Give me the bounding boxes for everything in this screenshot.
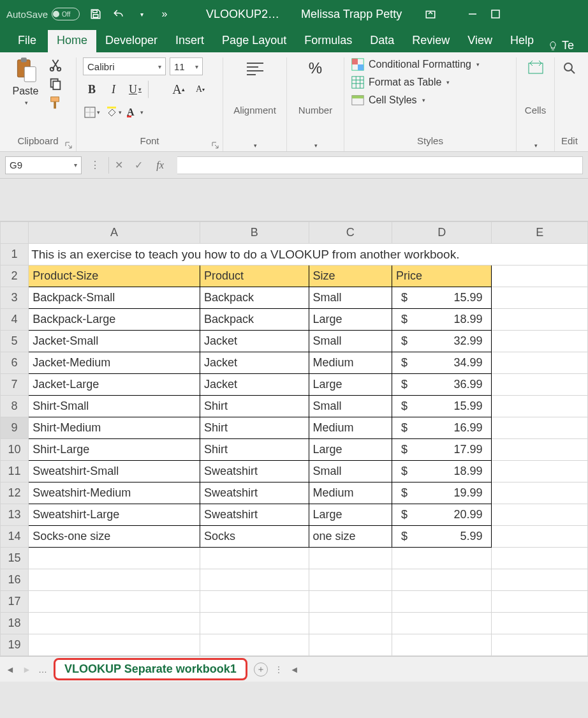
cell-C17[interactable] xyxy=(309,591,392,613)
cell-D7[interactable]: $36.99 xyxy=(392,374,492,396)
cell-A13[interactable]: Sweatshirt-Large xyxy=(29,504,200,526)
insert-function-button[interactable]: fx xyxy=(152,157,168,174)
tab-file[interactable]: File xyxy=(6,30,48,52)
cell-D4[interactable]: $18.99 xyxy=(392,309,492,331)
cell-C8[interactable]: Small xyxy=(309,396,392,417)
cell-D18[interactable] xyxy=(392,613,492,634)
row-header-15[interactable]: 15 xyxy=(1,548,29,569)
row-header-13[interactable]: 13 xyxy=(1,504,29,526)
row-header-14[interactable]: 14 xyxy=(1,526,29,548)
cell-B18[interactable] xyxy=(200,613,309,634)
cell-D13[interactable]: $20.99 xyxy=(392,504,492,526)
cell-B17[interactable] xyxy=(200,591,309,613)
cell-B19[interactable] xyxy=(200,634,309,656)
cell-C9[interactable]: Medium xyxy=(309,417,392,439)
cell-E7[interactable] xyxy=(492,374,588,396)
cell-C18[interactable] xyxy=(309,613,392,634)
cell-E13[interactable] xyxy=(492,504,588,526)
row-header-3[interactable]: 3 xyxy=(1,287,29,309)
col-header-D[interactable]: D xyxy=(392,222,492,244)
col-header-C[interactable]: C xyxy=(309,222,392,244)
cell-D8[interactable]: $15.99 xyxy=(392,396,492,417)
tab-developer[interactable]: Developer xyxy=(96,30,166,52)
cell-D10[interactable]: $17.99 xyxy=(392,439,492,461)
cell-B14[interactable]: Socks xyxy=(200,526,309,548)
cell-C16[interactable] xyxy=(309,569,392,591)
tell-me[interactable]: Te xyxy=(548,39,574,52)
cell-A10[interactable]: Shirt-Large xyxy=(29,439,200,461)
shrink-font-button[interactable]: A▾ xyxy=(191,80,209,98)
tab-formulas[interactable]: Formulas xyxy=(295,30,361,52)
row-header-11[interactable]: 11 xyxy=(1,461,29,482)
formula-input[interactable] xyxy=(177,156,583,174)
minimize-button[interactable] xyxy=(466,7,480,21)
cell-A15[interactable] xyxy=(29,548,200,569)
worksheet-grid[interactable]: ABCDE1This is an exercise to teach you h… xyxy=(0,221,588,656)
cell-C4[interactable]: Large xyxy=(309,309,392,331)
cell-D14[interactable]: $5.99 xyxy=(392,526,492,548)
cell-A11[interactable]: Sweatshirt-Small xyxy=(29,461,200,482)
alignment-icon[interactable] xyxy=(244,57,266,79)
row-header-2[interactable]: 2 xyxy=(1,266,29,287)
cell-E3[interactable] xyxy=(492,287,588,309)
underline-button[interactable]: U▾ xyxy=(126,80,144,98)
copy-icon[interactable] xyxy=(48,77,62,91)
cell-B6[interactable]: Jacket xyxy=(200,352,309,374)
cell-A12[interactable]: Sweatshirt-Medium xyxy=(29,482,200,504)
conditional-formatting-button[interactable]: Conditional Formatting▾ xyxy=(351,57,510,71)
cell-B4[interactable]: Backpack xyxy=(200,309,309,331)
cell-C7[interactable]: Large xyxy=(309,374,392,396)
formula-options-icon[interactable]: ⋮ xyxy=(87,157,103,174)
tab-view[interactable]: View xyxy=(459,30,501,52)
ribbon-display-icon[interactable] xyxy=(423,7,437,21)
cut-icon[interactable] xyxy=(48,57,62,71)
row-header-17[interactable]: 17 xyxy=(1,591,29,613)
cell-A9[interactable]: Shirt-Medium xyxy=(29,417,200,439)
cell-A18[interactable] xyxy=(29,613,200,634)
row-header-18[interactable]: 18 xyxy=(1,613,29,634)
cell-E15[interactable] xyxy=(492,548,588,569)
cell-C14[interactable]: one size xyxy=(309,526,392,548)
hscroll-left[interactable]: ◄ xyxy=(290,664,300,675)
cell-C12[interactable]: Medium xyxy=(309,482,392,504)
maximize-button[interactable] xyxy=(489,7,503,21)
cell-C15[interactable] xyxy=(309,548,392,569)
cell-E16[interactable] xyxy=(492,569,588,591)
cell-A5[interactable]: Jacket-Small xyxy=(29,331,200,352)
select-all-cell[interactable] xyxy=(1,222,29,244)
cell-E8[interactable] xyxy=(492,396,588,417)
cell-E12[interactable] xyxy=(492,482,588,504)
cell-A7[interactable]: Jacket-Large xyxy=(29,374,200,396)
new-sheet-button[interactable]: ＋ xyxy=(254,662,268,677)
cell-D5[interactable]: $32.99 xyxy=(392,331,492,352)
row-header-6[interactable]: 6 xyxy=(1,352,29,374)
row-header-7[interactable]: 7 xyxy=(1,374,29,396)
sheet-nav-next[interactable]: ► xyxy=(22,664,32,675)
cell-A16[interactable] xyxy=(29,569,200,591)
cells-icon[interactable] xyxy=(525,57,547,79)
cell-E10[interactable] xyxy=(492,439,588,461)
cell-D19[interactable] xyxy=(392,634,492,656)
tab-help[interactable]: Help xyxy=(501,30,543,52)
cell-A3[interactable]: Backpack-Small xyxy=(29,287,200,309)
cell-A8[interactable]: Shirt-Small xyxy=(29,396,200,417)
cancel-formula-icon[interactable]: ✕ xyxy=(108,157,125,174)
cell-A2[interactable]: Product-Size xyxy=(29,266,200,287)
tab-options-icon[interactable]: ⋮ xyxy=(274,664,283,675)
percent-button[interactable]: % xyxy=(305,57,327,79)
col-header-E[interactable]: E xyxy=(492,222,588,244)
row-header-19[interactable]: 19 xyxy=(1,634,29,656)
cell-A17[interactable] xyxy=(29,591,200,613)
col-header-B[interactable]: B xyxy=(200,222,309,244)
cell-E6[interactable] xyxy=(492,352,588,374)
cell-C3[interactable]: Small xyxy=(309,287,392,309)
tab-data[interactable]: Data xyxy=(361,30,403,52)
qat-overflow-icon[interactable]: » xyxy=(158,7,172,21)
cell-C11[interactable]: Small xyxy=(309,461,392,482)
font-name-combo[interactable]: Calibri▾ xyxy=(83,57,166,75)
bold-button[interactable]: B xyxy=(83,80,101,98)
cell-B8[interactable]: Shirt xyxy=(200,396,309,417)
cell-A19[interactable] xyxy=(29,634,200,656)
name-box[interactable]: G9▾ xyxy=(5,156,82,174)
sheet-nav-more[interactable]: … xyxy=(38,664,47,675)
